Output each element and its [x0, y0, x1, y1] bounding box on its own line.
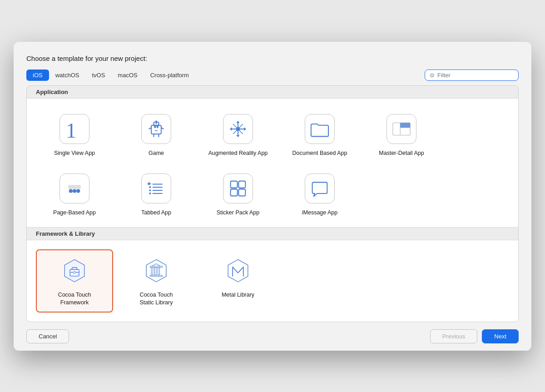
- svg-point-15: [69, 189, 73, 193]
- tab-macos[interactable]: macOS: [111, 69, 144, 81]
- cocoa-touch-static-library-label: Cocoa TouchStatic Library: [140, 291, 173, 307]
- single-view-app-icon: 1: [59, 113, 90, 145]
- svg-rect-28: [231, 181, 238, 188]
- svg-point-17: [76, 189, 80, 193]
- template-document-app[interactable]: Document Based App: [281, 108, 358, 163]
- ar-app-icon: [222, 113, 254, 145]
- template-page-based-app[interactable]: Page-Based App: [36, 167, 113, 223]
- document-app-icon: [304, 113, 336, 145]
- template-sticker-pack-app[interactable]: Sticker Pack App: [199, 167, 277, 223]
- application-section-header: Application: [27, 86, 518, 99]
- svg-rect-35: [73, 271, 75, 273]
- svg-rect-30: [231, 189, 238, 196]
- template-master-detail-app[interactable]: Master-Detail App: [363, 108, 440, 163]
- svg-rect-14: [400, 123, 410, 128]
- tab-tvos[interactable]: tvOS: [85, 69, 111, 81]
- new-project-dialog: Choose a template for your new project: …: [14, 42, 531, 351]
- template-cocoa-touch-framework[interactable]: Cocoa TouchFramework: [36, 249, 113, 313]
- next-button[interactable]: Next: [482, 329, 519, 343]
- svg-rect-29: [238, 181, 245, 188]
- template-game[interactable]: Game: [118, 108, 195, 163]
- template-ar-app[interactable]: Augmented Reality App: [199, 108, 277, 163]
- imessage-app-label: iMessage App: [302, 209, 338, 217]
- platform-tabs: iOS watchOS tvOS macOS Cross-platform: [26, 69, 195, 81]
- game-icon: [140, 113, 172, 145]
- tabs-row: iOS watchOS tvOS macOS Cross-platform ⊜: [26, 69, 519, 81]
- document-app-label: Document Based App: [292, 149, 347, 158]
- template-single-view-app[interactable]: 1 Single View App: [36, 108, 113, 163]
- dialog-footer: Cancel Previous Next: [14, 322, 531, 351]
- svg-point-3: [154, 126, 156, 128]
- template-tabbed-app[interactable]: Tabbed App: [118, 167, 195, 223]
- framework-grid: Cocoa TouchFramework: [27, 240, 518, 322]
- imessage-app-icon: [304, 173, 336, 204]
- svg-point-25: [149, 186, 151, 188]
- filter-icon: ⊜: [430, 72, 435, 79]
- svg-marker-32: [64, 259, 84, 282]
- filter-box: ⊜: [425, 69, 519, 81]
- tab-ios[interactable]: iOS: [26, 69, 49, 81]
- metal-library-icon: [222, 255, 254, 287]
- svg-marker-24: [147, 181, 151, 185]
- svg-point-16: [73, 189, 76, 193]
- page-based-app-icon: [59, 173, 90, 204]
- svg-point-26: [149, 189, 151, 191]
- application-grid: 1 Single View App: [27, 99, 518, 228]
- sticker-pack-app-icon: [222, 173, 254, 204]
- svg-rect-31: [238, 189, 245, 196]
- tabbed-app-icon: [140, 173, 172, 204]
- cocoa-touch-framework-label: Cocoa TouchFramework: [58, 291, 91, 307]
- previous-button[interactable]: Previous: [430, 329, 478, 343]
- template-content-area: Application 1 Single View App: [26, 85, 519, 322]
- svg-point-4: [157, 126, 159, 128]
- svg-rect-40: [154, 267, 156, 275]
- master-detail-app-icon: [386, 113, 417, 145]
- cocoa-touch-framework-icon: [59, 255, 90, 287]
- cocoa-touch-static-library-icon: [140, 255, 172, 287]
- tabbed-app-label: Tabbed App: [141, 209, 171, 217]
- svg-marker-42: [228, 259, 248, 282]
- svg-text:1: 1: [66, 119, 76, 142]
- game-label: Game: [149, 149, 164, 158]
- master-detail-app-label: Master-Detail App: [379, 149, 424, 158]
- svg-point-27: [149, 193, 151, 194]
- svg-rect-39: [151, 267, 153, 275]
- footer-right: Previous Next: [430, 329, 519, 343]
- tab-crossplatform[interactable]: Cross-platform: [144, 69, 195, 81]
- framework-section-header: Framework & Library: [27, 228, 518, 240]
- svg-rect-1: [151, 125, 161, 134]
- sticker-pack-app-label: Sticker Pack App: [217, 209, 260, 217]
- metal-library-label: Metal Library: [222, 291, 254, 299]
- dialog-title: Choose a template for your new project:: [26, 55, 519, 62]
- single-view-app-label: Single View App: [54, 149, 95, 158]
- page-based-app-label: Page-Based App: [53, 209, 96, 217]
- cancel-button[interactable]: Cancel: [26, 329, 69, 343]
- ar-app-label: Augmented Reality App: [208, 149, 268, 158]
- svg-rect-41: [158, 267, 160, 275]
- template-cocoa-touch-static-library[interactable]: Cocoa TouchStatic Library: [118, 249, 195, 313]
- svg-point-6: [155, 120, 157, 122]
- tab-watchos[interactable]: watchOS: [49, 69, 86, 81]
- filter-input[interactable]: [437, 72, 514, 79]
- template-metal-library[interactable]: Metal Library: [199, 249, 277, 313]
- template-imessage-app[interactable]: iMessage App: [281, 167, 358, 223]
